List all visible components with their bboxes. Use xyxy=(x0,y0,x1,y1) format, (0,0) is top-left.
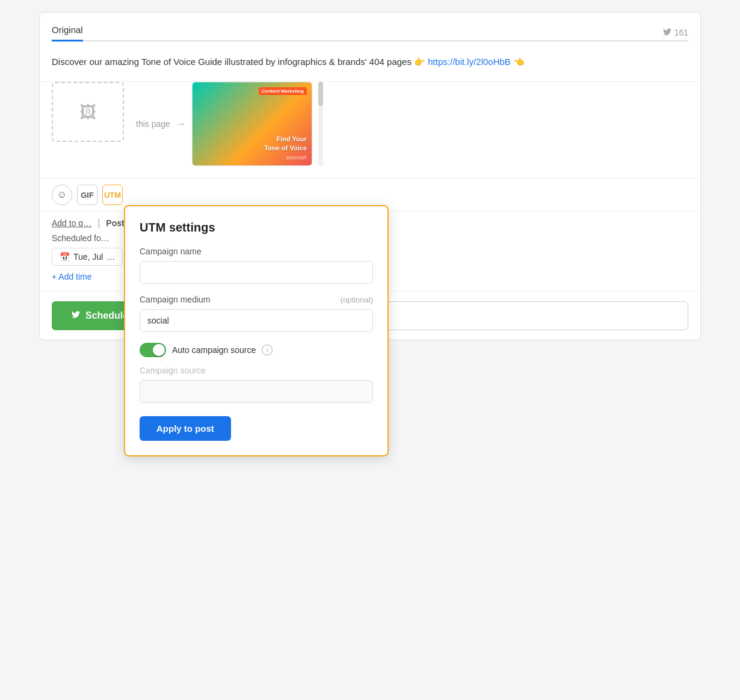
campaign-medium-label: Campaign medium xyxy=(140,295,211,304)
twitter-count-value: 161 xyxy=(674,28,688,37)
post-area: Original 161 Discover our amazing Tone o… xyxy=(40,13,700,82)
calendar-icon: 📅 xyxy=(60,252,70,262)
preview-logo: semrush xyxy=(286,155,307,161)
content-area: 🖼 this page → Content Marketing Find You… xyxy=(40,82,700,178)
utm-popup: UTM settings Campaign name Campaign medi… xyxy=(124,205,389,456)
add-image-icon: 🖼 xyxy=(79,102,96,122)
auto-campaign-source-row: Auto campaign source i xyxy=(140,343,373,357)
campaign-medium-label-row: Campaign medium (optional) xyxy=(140,295,373,304)
preview-title: Find YourTone of Voice xyxy=(264,135,307,152)
date-value: Tue, Jul xyxy=(73,252,103,262)
this-page-text: this page xyxy=(136,119,170,129)
campaign-medium-optional: (optional) xyxy=(341,295,373,304)
preview-image-inner: Content Marketing Find YourTone of Voice… xyxy=(193,82,312,165)
main-container: Original 161 Discover our amazing Tone o… xyxy=(39,12,701,340)
campaign-source-input[interactable] xyxy=(140,380,373,403)
gif-button[interactable]: GIF xyxy=(77,185,97,205)
preview-badge: Content Marketing xyxy=(259,87,307,95)
schedule-label: Schedule xyxy=(85,310,128,321)
add-to-queue-text: Add to q… xyxy=(52,218,91,228)
toggle-knob xyxy=(153,344,165,356)
preview-section: this page → Content Marketing Find YourT… xyxy=(136,82,688,166)
auto-campaign-source-toggle[interactable] xyxy=(140,343,166,357)
campaign-medium-input[interactable] xyxy=(140,309,373,332)
post-link[interactable]: https://bit.ly/2l0oHbB xyxy=(428,57,511,67)
divider: | xyxy=(97,218,100,229)
tab-bar: Original 161 xyxy=(52,25,688,41)
preview-image: Content Marketing Find YourTone of Voice… xyxy=(192,82,312,166)
scrollbar-track[interactable] xyxy=(318,82,323,166)
post-text-part2: 👈 xyxy=(511,57,525,67)
schedule-twitter-icon xyxy=(71,310,81,321)
info-icon[interactable]: i xyxy=(262,345,273,355)
auto-campaign-source-label: Auto campaign source xyxy=(172,345,256,355)
emoji-button[interactable]: ☺ xyxy=(52,185,72,205)
scrollbar-thumb xyxy=(318,82,323,106)
post-text-part1: Discover our amazing Tone of Voice Guide… xyxy=(52,57,428,67)
campaign-source-label: Campaign source xyxy=(140,366,373,375)
campaign-name-label: Campaign name xyxy=(140,247,373,256)
twitter-icon xyxy=(662,28,672,38)
upload-placeholder[interactable]: 🖼 xyxy=(52,82,124,142)
date-picker-button[interactable]: 📅 Tue, Jul… xyxy=(52,248,123,266)
campaign-name-input[interactable] xyxy=(140,261,373,284)
utm-button[interactable]: UTM xyxy=(102,185,123,205)
post-text: Discover our amazing Tone of Voice Guide… xyxy=(52,49,688,81)
apply-to-post-button[interactable]: Apply to post xyxy=(140,416,231,441)
tab-original[interactable]: Original xyxy=(52,25,83,41)
add-time-button[interactable]: + Add time xyxy=(52,268,92,285)
arrow-right-icon: → xyxy=(176,118,186,129)
utm-title: UTM settings xyxy=(140,221,373,235)
twitter-count-display: 161 xyxy=(662,28,688,38)
